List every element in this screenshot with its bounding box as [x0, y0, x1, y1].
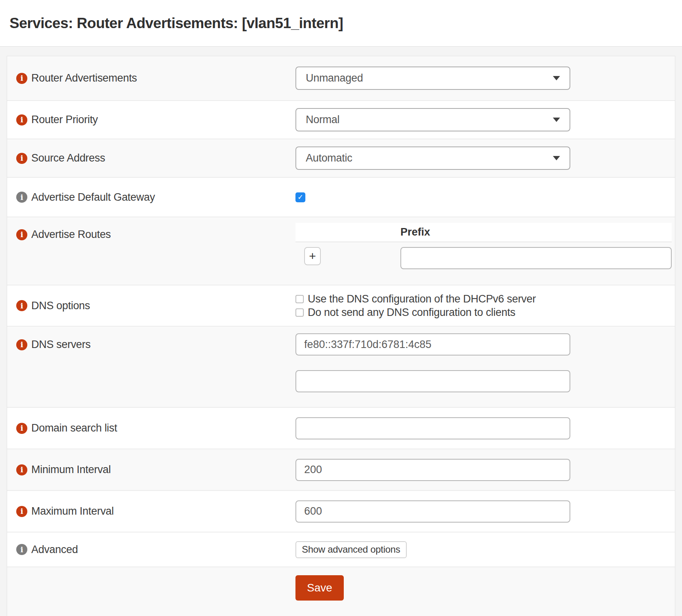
domain-search-list-input[interactable] [295, 417, 570, 439]
advertise-default-gateway-checkbox[interactable]: ✓ [295, 192, 305, 202]
dns-option-use-dhcpv6: Use the DNS configuration of the DHCPv6 … [295, 293, 672, 305]
row-label: Router Advertisements [31, 72, 137, 84]
dns-server-2-input[interactable] [295, 370, 570, 392]
add-route-button[interactable]: + [304, 247, 321, 265]
select-value: Automatic [306, 152, 553, 164]
chevron-down-icon [553, 156, 560, 160]
prefix-column-header: Prefix [400, 226, 430, 238]
show-advanced-options-button[interactable]: Show advanced options [295, 541, 407, 558]
settings-form: i Router Advertisements Unmanaged i Rout… [7, 56, 675, 616]
select-value: Unmanaged [306, 72, 553, 84]
info-circle-icon[interactable]: i [16, 464, 27, 475]
select-value: Normal [306, 114, 553, 126]
routes-table-header: Prefix [295, 223, 672, 242]
checkmark-icon: ✓ [297, 193, 303, 202]
save-button[interactable]: Save [295, 575, 344, 601]
info-circle-icon[interactable]: i [16, 339, 27, 350]
row-label: Router Priority [31, 114, 98, 126]
use-dhcpv6-dns-checkbox[interactable] [295, 295, 304, 303]
info-circle-icon[interactable]: i [16, 153, 27, 164]
router-priority-select[interactable]: Normal [295, 108, 570, 131]
dns-server-1-input[interactable] [295, 333, 570, 356]
row-label: DNS servers [31, 338, 91, 351]
row-label: Source Address [31, 152, 105, 164]
router-advertisements-select[interactable]: Unmanaged [295, 67, 570, 90]
info-circle-icon[interactable]: i [16, 192, 27, 203]
row-label: Domain search list [31, 422, 117, 434]
form-row-advertise-routes: i Advertise Routes Prefix + [7, 217, 675, 285]
form-row-dns-servers: i DNS servers [7, 326, 675, 407]
form-row-source-address: i Source Address Automatic [7, 139, 675, 177]
form-row-advanced: i Advanced Show advanced options [7, 532, 675, 567]
checkbox-label: Use the DNS configuration of the DHCPv6 … [308, 293, 536, 305]
form-row-maximum-interval: i Maximum Interval [7, 490, 675, 532]
dns-option-no-dns: Do not send any DNS configuration to cli… [295, 306, 672, 319]
no-dns-config-checkbox[interactable] [295, 308, 304, 317]
form-row-router-advertisements: i Router Advertisements Unmanaged [7, 56, 675, 100]
info-circle-icon[interactable]: i [16, 229, 27, 240]
row-label: DNS options [31, 300, 90, 312]
row-label: Advertise Default Gateway [31, 191, 155, 203]
prefix-input[interactable] [400, 247, 672, 269]
row-label: Maximum Interval [31, 505, 114, 517]
form-row-dns-options: i DNS options Use the DNS configuration … [7, 285, 675, 326]
info-circle-icon[interactable]: i [16, 423, 27, 434]
row-label: Advanced [31, 544, 78, 556]
maximum-interval-input[interactable] [295, 500, 570, 523]
page-header: Services: Router Advertisements: [vlan51… [0, 0, 682, 47]
row-label: Minimum Interval [31, 464, 111, 476]
advertise-routes-table: Prefix + [295, 223, 672, 269]
checkbox-label: Do not send any DNS configuration to cli… [308, 306, 515, 319]
form-row-domain-search-list: i Domain search list [7, 407, 675, 449]
form-row-advertise-default-gateway: i Advertise Default Gateway ✓ [7, 177, 675, 217]
routes-table-row: + [295, 247, 672, 269]
page-title: Services: Router Advertisements: [vlan51… [10, 15, 343, 32]
info-circle-icon[interactable]: i [16, 114, 27, 125]
minimum-interval-input[interactable] [295, 459, 570, 481]
form-row-save: Save [7, 567, 675, 616]
form-row-minimum-interval: i Minimum Interval [7, 449, 675, 490]
chevron-down-icon [553, 76, 560, 80]
info-circle-icon[interactable]: i [16, 544, 27, 555]
chevron-down-icon [553, 118, 560, 122]
info-circle-icon[interactable]: i [16, 73, 27, 84]
source-address-select[interactable]: Automatic [295, 146, 570, 170]
row-label: Advertise Routes [31, 228, 111, 241]
form-row-router-priority: i Router Priority Normal [7, 100, 675, 139]
info-circle-icon[interactable]: i [16, 300, 27, 311]
info-circle-icon[interactable]: i [16, 506, 27, 517]
